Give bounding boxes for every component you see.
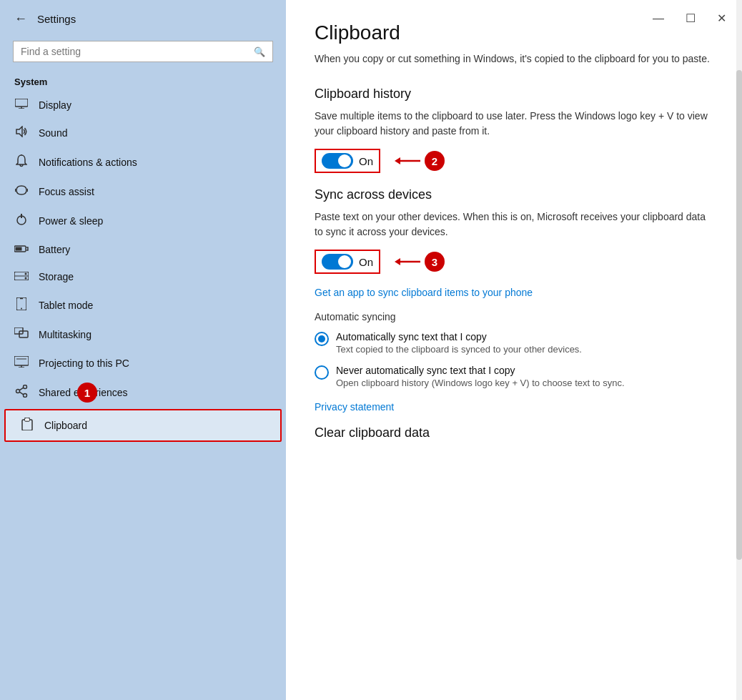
notifications-icon [14, 154, 29, 170]
svg-rect-18 [14, 356, 29, 365]
scrollbar-track [736, 0, 742, 700]
svg-rect-0 [15, 99, 28, 107]
annotation-badge-3: 3 [425, 252, 445, 272]
scrollbar-thumb[interactable] [736, 70, 742, 560]
clipboard-history-toggle-wrapper: On [315, 149, 380, 173]
sidebar-item-clipboard[interactable]: Clipboard [4, 409, 282, 442]
arrow-left-3 [395, 256, 420, 267]
sidebar-item-projecting[interactable]: Projecting to this PC [0, 349, 286, 378]
minimize-button[interactable]: — [650, 10, 667, 26]
svg-point-12 [25, 277, 27, 280]
toggle-knob-1 [338, 154, 351, 167]
radio-auto-main: Automatically sync text that I copy [336, 331, 582, 342]
sidebar-header: ← Settings [0, 0, 286, 38]
sync-heading: Sync across devices [315, 187, 713, 202]
sidebar: ← Settings 🔍 System Display Sound Notifi… [0, 0, 286, 700]
clipboard-history-toggle-label: On [359, 155, 373, 167]
sidebar-title: Settings [37, 13, 76, 25]
sidebar-item-label-focus: Focus assist [39, 186, 94, 197]
svg-point-11 [25, 273, 27, 275]
focus-icon [14, 184, 29, 199]
power-icon [14, 213, 29, 229]
storage-icon [14, 270, 29, 283]
sidebar-item-sound[interactable]: Sound [0, 119, 286, 147]
radio-auto-circle[interactable] [315, 332, 329, 346]
sidebar-item-battery[interactable]: Battery [0, 236, 286, 263]
sidebar-item-label-battery: Battery [39, 244, 70, 255]
radio-manual-text: Never automatically sync text that I cop… [336, 365, 625, 388]
sidebar-item-focus[interactable]: Focus assist [0, 177, 286, 206]
main-content: — ☐ ✕ Clipboard When you copy or cut som… [286, 0, 742, 700]
sync-toggle-row: On 3 [315, 250, 713, 274]
tablet-icon [14, 297, 29, 313]
shared-icon [14, 385, 29, 400]
sidebar-item-multitasking[interactable]: Multitasking [0, 320, 286, 349]
sidebar-item-label-storage: Storage [39, 271, 74, 282]
svg-point-23 [24, 394, 27, 398]
annotation-badge-2: 2 [425, 151, 445, 171]
sidebar-item-label-clipboard: Clipboard [44, 420, 87, 431]
search-box[interactable]: 🔍 [13, 41, 273, 62]
sidebar-item-label-power: Power & sleep [39, 215, 103, 227]
svg-rect-8 [16, 247, 22, 251]
clear-clipboard-heading: Clear clipboard data [315, 425, 713, 440]
sidebar-item-label-sound: Sound [39, 127, 67, 139]
sidebar-item-power[interactable]: Power & sleep [0, 206, 286, 236]
svg-marker-3 [16, 127, 22, 137]
phone-sync-link[interactable]: Get an app to sync clipboard items to yo… [315, 287, 713, 298]
multitasking-icon [14, 327, 29, 342]
sync-toggle-wrapper: On [315, 250, 380, 274]
clipboard-history-toggle[interactable] [322, 153, 353, 169]
sidebar-item-tablet[interactable]: Tablet mode [0, 290, 286, 320]
sound-icon [14, 126, 29, 140]
back-button[interactable]: ← [14, 11, 27, 26]
display-icon [14, 99, 29, 112]
auto-sync-label: Automatic syncing [315, 311, 713, 322]
sidebar-item-notifications[interactable]: Notifications & actions [0, 147, 286, 177]
svg-marker-33 [395, 258, 400, 265]
radio-manual-circle[interactable] [315, 365, 329, 380]
sidebar-item-label-projecting: Projecting to this PC [39, 358, 129, 369]
radio-auto-sub: Text copied to the clipboard is synced t… [336, 344, 582, 355]
radio-manual-sub: Open clipboard history (Windows logo key… [336, 378, 625, 388]
annotation-2-group: 2 [395, 151, 445, 171]
svg-line-25 [19, 388, 24, 390]
sidebar-item-shared[interactable]: Shared experiences 1 [0, 378, 286, 408]
sidebar-item-display[interactable]: Display [0, 92, 286, 119]
page-description: When you copy or cut something in Window… [315, 51, 713, 66]
radio-item-manual[interactable]: Never automatically sync text that I cop… [315, 365, 713, 388]
search-input[interactable] [21, 46, 248, 57]
privacy-link[interactable]: Privacy statement [315, 401, 713, 413]
svg-point-14 [21, 308, 22, 310]
toggle-knob-2 [338, 255, 351, 268]
annotation-badge-1: 1 [77, 383, 97, 403]
sidebar-item-storage[interactable]: Storage [0, 263, 286, 290]
arrow-left-2 [395, 155, 420, 167]
svg-rect-29 [25, 419, 29, 421]
projecting-icon [14, 356, 29, 370]
svg-line-26 [19, 392, 24, 395]
svg-point-22 [24, 385, 27, 389]
search-icon: 🔍 [254, 46, 265, 57]
maximize-button[interactable]: ☐ [683, 10, 698, 26]
battery-icon [14, 243, 29, 256]
window-controls: — ☐ ✕ [650, 10, 729, 26]
sidebar-item-label-multitasking: Multitasking [39, 329, 91, 340]
annotation-3-group: 3 [395, 252, 445, 272]
radio-item-auto[interactable]: Automatically sync text that I copy Text… [315, 331, 713, 355]
radio-manual-main: Never automatically sync text that I cop… [336, 365, 625, 376]
clipboard-history-desc: Save multiple items to the clipboard to … [315, 109, 713, 139]
sync-radio-group: Automatically sync text that I copy Text… [315, 331, 713, 388]
clipboard-icon [20, 418, 34, 433]
sync-desc: Paste text on your other devices. When t… [315, 209, 713, 240]
radio-auto-text: Automatically sync text that I copy Text… [336, 331, 582, 355]
sync-toggle-label: On [359, 256, 373, 268]
svg-marker-31 [395, 157, 400, 164]
clipboard-history-toggle-row: On 2 [315, 149, 713, 173]
close-button[interactable]: ✕ [714, 10, 729, 26]
system-section-label: System [0, 69, 286, 92]
sidebar-item-label-tablet: Tablet mode [39, 300, 93, 311]
sidebar-item-label-notifications: Notifications & actions [39, 157, 137, 168]
sync-toggle[interactable] [322, 254, 353, 270]
sidebar-item-label-display: Display [39, 99, 71, 111]
